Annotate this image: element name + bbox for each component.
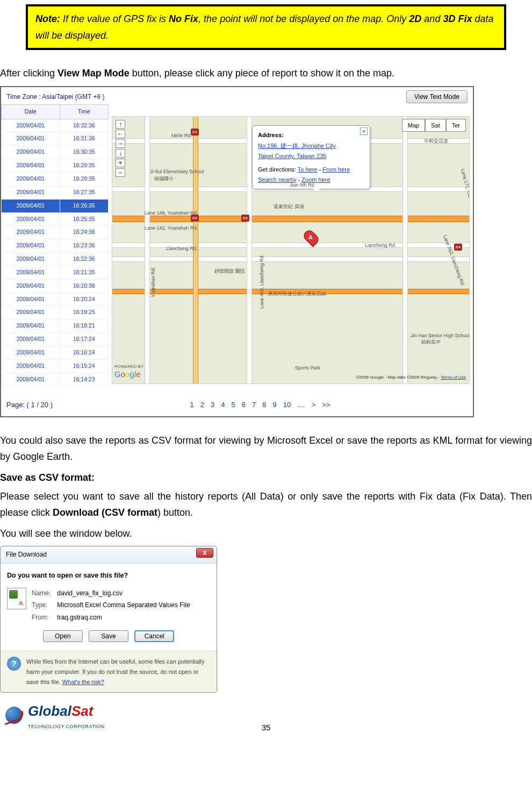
- map-panel[interactable]: ↑ ← → ↓ + − Map Sat Ter × Address: No.19…: [112, 116, 470, 384]
- para1b: View Map Mode: [57, 68, 130, 79]
- from-value: traq.gstraq.com: [57, 614, 102, 621]
- link-to-here[interactable]: To here: [298, 166, 318, 173]
- pager-item[interactable]: 5: [228, 401, 239, 409]
- label-yuantong: 遠東世紀 廣場: [274, 203, 304, 211]
- pager-numbers: 12345678910....>>>: [187, 399, 334, 411]
- badge-64-b: 64: [241, 215, 249, 222]
- table-row[interactable]: 2009/04/0116:21:35: [2, 266, 109, 279]
- pager-item[interactable]: 2: [197, 401, 207, 409]
- pager-item[interactable]: >>: [319, 401, 333, 409]
- close-icon[interactable]: X: [196, 548, 213, 558]
- zoom-right-icon[interactable]: →: [116, 139, 125, 148]
- address-line1: No.196, 建一路, Jhonghe City: [258, 143, 336, 149]
- table-row[interactable]: 2009/04/0116:20:24: [2, 293, 109, 306]
- cell-date: 2009/04/01: [2, 226, 60, 239]
- cell-time: 16:25:35: [60, 212, 108, 226]
- table-row[interactable]: 2009/04/0116:24:36: [2, 226, 109, 239]
- table-row[interactable]: 2009/04/0116:32:36: [2, 119, 109, 132]
- table-row[interactable]: 2009/04/0116:28:35: [2, 173, 109, 186]
- close-icon[interactable]: ×: [360, 127, 368, 135]
- cell-time: 16:16:24: [60, 346, 108, 359]
- logo-mark-icon: [4, 706, 24, 725]
- label-lane460: Lane 460, Liancheng Rd: [258, 255, 266, 308]
- table-row[interactable]: 2009/04/0116:25:35: [2, 212, 109, 226]
- pager-item[interactable]: 1: [187, 401, 197, 409]
- table-row[interactable]: 2009/04/0116:17:24: [2, 333, 109, 346]
- page-number: 35: [262, 721, 271, 735]
- tab-sat[interactable]: Sat: [425, 119, 446, 132]
- label-zhonghe: 中和交流道: [424, 137, 448, 145]
- brand-global: Global: [28, 703, 71, 719]
- paragraph-csv-kml: You could also save the reports as CSV f…: [0, 432, 532, 465]
- save-button[interactable]: Save: [89, 630, 128, 642]
- terms-of-use-link[interactable]: Terms of Use: [441, 375, 466, 380]
- map-copyright: ©2009 Google - Map data ©2009 Kingway - …: [356, 374, 466, 381]
- link-from-here[interactable]: From here: [322, 166, 350, 173]
- google-logo: Google: [114, 367, 140, 381]
- directions-line: Get directions: To here - From here: [258, 165, 364, 175]
- zoom-out-icon[interactable]: −: [116, 168, 125, 177]
- zoom-up-icon[interactable]: ↑: [116, 120, 125, 129]
- pager-item[interactable]: 8: [259, 401, 269, 409]
- pager-item[interactable]: 4: [218, 401, 228, 409]
- cell-time: 16:17:24: [60, 333, 108, 346]
- note-text-1: If the value of GPS fix is: [60, 13, 169, 24]
- type-value: Microsoft Excel Comma Separated Values F…: [57, 601, 190, 609]
- label-jian8: Jian 8th Rd.: [290, 181, 315, 189]
- map-mode-screenshot: Time Zone : Asia/Taipei (GMT +8 ) View T…: [0, 86, 474, 417]
- save-csv-heading: Save as CSV format:: [0, 469, 532, 486]
- report-table: Date Time 2009/04/0116:32:362009/04/0116…: [1, 104, 109, 387]
- zoom-down-icon[interactable]: ↓: [116, 149, 125, 158]
- address-link[interactable]: No.196, 建一路, Jhonghe City Taipei County,…: [258, 141, 364, 161]
- badge-64-d: 64: [191, 129, 199, 136]
- label-liancheng2: Liancheng Rd.: [365, 241, 396, 250]
- cell-date: 2009/04/01: [2, 173, 60, 186]
- dialog-question: Do you want to open or save this file?: [7, 570, 210, 581]
- pager-item[interactable]: 10: [280, 401, 294, 409]
- tab-map[interactable]: Map: [402, 119, 425, 132]
- table-row[interactable]: 2009/04/0116:14:23: [2, 373, 109, 386]
- open-button[interactable]: Open: [43, 630, 83, 642]
- table-row[interactable]: 2009/04/0116:15:24: [2, 359, 109, 373]
- pager-item[interactable]: 3: [207, 401, 218, 409]
- tab-ter[interactable]: Ter: [446, 119, 466, 132]
- pager-label-a: Page: (: [6, 401, 31, 409]
- table-row[interactable]: 2009/04/0116:20:36: [2, 279, 109, 293]
- paragraph-window-below: You will see the window below.: [0, 525, 532, 542]
- note-nofix: No Fix: [169, 13, 198, 24]
- table-row[interactable]: 2009/04/0116:26:35: [2, 199, 109, 212]
- pager-item[interactable]: >: [308, 401, 319, 409]
- zoom-in-icon[interactable]: +: [116, 159, 125, 167]
- table-row[interactable]: 2009/04/0116:18:21: [2, 319, 109, 333]
- table-row[interactable]: 2009/04/0116:31:36: [2, 132, 109, 146]
- cell-date: 2009/04/01: [2, 373, 60, 386]
- label-jisui-zh: 積穗國小: [154, 175, 174, 183]
- cell-date: 2009/04/01: [2, 266, 60, 279]
- table-row[interactable]: 2009/04/0116:27:35: [2, 186, 109, 199]
- badge-64-c: 64: [454, 244, 462, 251]
- address-line2: Taipei County, Taiwan 235: [258, 153, 326, 159]
- cancel-button[interactable]: Cancel: [134, 630, 174, 642]
- label-sports: Sports Park: [295, 364, 320, 372]
- table-row[interactable]: 2009/04/0116:22:36: [2, 253, 109, 266]
- label-yuanshan148: Lane 148, Yuanshan Rd.: [145, 209, 198, 217]
- para1a: After clicking: [0, 68, 57, 79]
- table-row[interactable]: 2009/04/0116:19:25: [2, 306, 109, 319]
- whats-the-risk-link[interactable]: What's the risk?: [62, 679, 104, 685]
- cell-time: 16:24:36: [60, 226, 108, 239]
- pager-item[interactable]: 9: [269, 401, 279, 409]
- table-row[interactable]: 2009/04/0116:16:24: [2, 346, 109, 359]
- s1-top-bar: Time Zone : Asia/Taipei (GMT +8 ) View T…: [1, 87, 473, 106]
- table-row[interactable]: 2009/04/0116:23:36: [2, 239, 109, 253]
- pager-item[interactable]: 6: [239, 401, 249, 409]
- zoom-left-icon[interactable]: ←: [116, 130, 125, 138]
- cell-time: 16:31:36: [60, 132, 108, 146]
- table-row[interactable]: 2009/04/0116:29:35: [2, 159, 109, 173]
- pager-item[interactable]: ....: [294, 401, 308, 409]
- view-text-mode-button[interactable]: View Text Mode: [406, 90, 468, 103]
- table-row[interactable]: 2009/04/0116:30:35: [2, 146, 109, 159]
- cell-date: 2009/04/01: [2, 293, 60, 306]
- cell-time: 16:26:35: [60, 199, 108, 212]
- pager-item[interactable]: 7: [249, 401, 259, 409]
- paragraph-download: Please select you want to save all the h…: [0, 488, 532, 521]
